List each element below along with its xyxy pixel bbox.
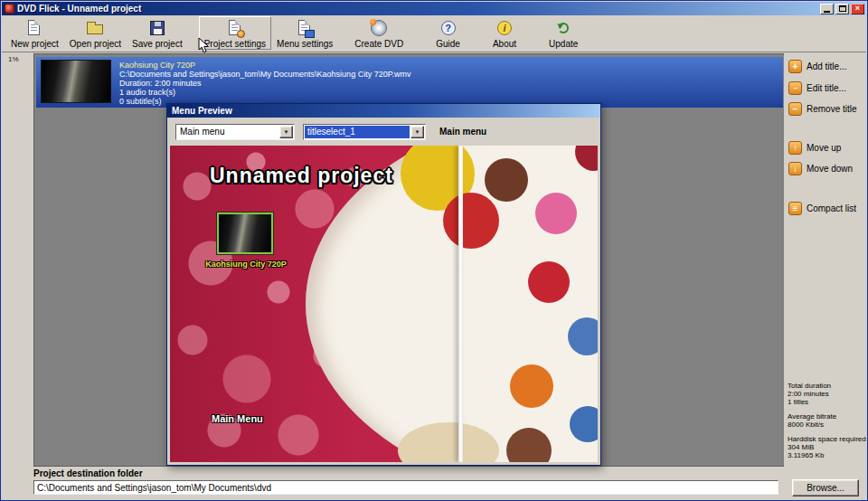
chevron-down-icon[interactable]: ▼ bbox=[410, 126, 424, 138]
move-down-label: Move down bbox=[807, 164, 853, 174]
save-project-label: Save project bbox=[132, 39, 183, 49]
add-title-label: Add title... bbox=[807, 61, 846, 71]
guide-button[interactable]: ? Guide bbox=[430, 16, 466, 50]
open-project-label: Open project bbox=[70, 39, 121, 49]
preview-thumbnail-label: Kaohsiung City 720P bbox=[178, 260, 314, 269]
move-up-label: Move up bbox=[807, 143, 841, 153]
create-dvd-button[interactable]: Create DVD bbox=[349, 16, 409, 50]
preview-project-title: Unnamed project bbox=[210, 164, 393, 188]
remove-title-label: Remove title bbox=[807, 104, 857, 114]
plate-edge-line bbox=[458, 146, 463, 462]
item-select-value: titleselect_1 bbox=[305, 126, 410, 138]
title-name: Kaohsiung City 720P bbox=[119, 61, 411, 70]
menu-settings-label: Menu settings bbox=[277, 39, 333, 49]
menu-preview-canvas: Unnamed project Kaohsiung City 720P Main… bbox=[170, 146, 598, 462]
create-dvd-icon bbox=[368, 18, 390, 38]
title-path: C:\Documents and Settings\jason_tom\My D… bbox=[119, 70, 411, 79]
polka-dot-red bbox=[443, 193, 499, 249]
update-label: Update bbox=[549, 39, 578, 49]
about-icon: i bbox=[494, 18, 515, 38]
project-settings-label: Project settings bbox=[204, 39, 266, 49]
minimize-icon bbox=[824, 11, 830, 13]
compact-list-icon: ≡ bbox=[788, 202, 802, 215]
dialog-titlebar[interactable]: Menu Preview bbox=[167, 104, 600, 118]
edit-title-icon: ··· bbox=[788, 81, 802, 95]
mouse-cursor bbox=[198, 37, 210, 54]
polka-dot-pink bbox=[535, 193, 577, 234]
browse-button[interactable]: Browse... bbox=[792, 479, 859, 496]
preview-title-thumbnail[interactable] bbox=[217, 213, 273, 254]
destination-folder-input[interactable] bbox=[33, 480, 778, 495]
titlebar[interactable]: DVD Flick - Unnamed project × bbox=[2, 2, 866, 15]
save-project-icon bbox=[146, 18, 168, 38]
project-settings-icon bbox=[224, 18, 246, 38]
gutter-label: 1% bbox=[8, 55, 19, 63]
polka-dot-red2 bbox=[528, 261, 570, 303]
create-dvd-label: Create DVD bbox=[354, 39, 403, 49]
move-down-button[interactable]: ↓ Move down bbox=[788, 162, 853, 175]
save-project-button[interactable]: Save project bbox=[127, 16, 188, 50]
stat-space-value2: 3.11965 Kb bbox=[788, 451, 866, 459]
menu-preview-dialog: Menu Preview Main menu ▼ titleselect_1 ▼… bbox=[166, 103, 601, 466]
preview-menu-label: Main Menu bbox=[212, 413, 263, 424]
update-button[interactable]: Update bbox=[543, 16, 583, 50]
menu-settings-icon bbox=[294, 18, 316, 38]
stat-space-value1: 304 MiB bbox=[788, 443, 866, 451]
new-project-label: New project bbox=[11, 39, 59, 49]
add-title-button[interactable]: + Add title... bbox=[788, 60, 846, 73]
chevron-down-icon[interactable]: ▼ bbox=[279, 126, 293, 138]
remove-title-icon: − bbox=[788, 102, 802, 116]
sidebar: + Add title... ··· Edit title... − Remov… bbox=[784, 53, 866, 467]
title-row-selected[interactable]: Kaohsiung City 720P C:\Documents and Set… bbox=[36, 57, 783, 108]
left-gutter: 1% bbox=[2, 53, 33, 467]
polka-dot-brown bbox=[485, 158, 528, 202]
item-select-combobox[interactable]: titleselect_1 ▼ bbox=[303, 124, 426, 140]
close-icon: × bbox=[855, 5, 860, 13]
menu-settings-button[interactable]: Menu settings bbox=[271, 16, 338, 50]
menu-select-combobox[interactable]: Main menu ▼ bbox=[175, 124, 295, 140]
menu-select-value: Main menu bbox=[177, 126, 278, 138]
close-button[interactable]: × bbox=[851, 4, 864, 14]
title-audio: 1 audio track(s) bbox=[119, 88, 411, 97]
polka-dot-orange bbox=[510, 364, 553, 408]
compact-list-label: Compact list bbox=[807, 203, 856, 213]
maximize-button[interactable] bbox=[835, 4, 849, 14]
dialog-combo-row: Main menu ▼ titleselect_1 ▼ Main menu bbox=[175, 124, 592, 140]
stat-bitrate-label: Average bitrate bbox=[788, 412, 866, 421]
stat-titles-count: 1 titles bbox=[788, 398, 866, 406]
menu-caption: Main menu bbox=[439, 127, 486, 137]
add-title-icon: + bbox=[788, 60, 802, 73]
stat-total-duration-value: 2:00 minutes bbox=[788, 390, 866, 398]
edit-title-button[interactable]: ··· Edit title... bbox=[788, 81, 846, 95]
stat-bitrate-value: 8000 Kbit/s bbox=[788, 421, 866, 429]
compact-list-button[interactable]: ≡ Compact list bbox=[788, 202, 856, 215]
open-project-icon bbox=[84, 18, 106, 38]
destination-folder-label: Project destination folder bbox=[33, 468, 143, 478]
title-thumbnail bbox=[41, 60, 111, 103]
new-project-button[interactable]: New project bbox=[5, 16, 64, 50]
app-icon bbox=[5, 4, 14, 14]
move-up-icon: ↑ bbox=[788, 141, 802, 155]
update-icon bbox=[552, 18, 574, 38]
new-project-icon bbox=[24, 18, 45, 38]
open-project-button[interactable]: Open project bbox=[64, 16, 127, 50]
guide-label: Guide bbox=[436, 39, 460, 49]
maximize-icon bbox=[839, 5, 846, 12]
project-stats: Total duration 2:00 minutes 1 titles Ave… bbox=[788, 375, 866, 459]
remove-title-button[interactable]: − Remove title bbox=[788, 102, 857, 116]
move-up-button[interactable]: ↑ Move up bbox=[788, 141, 841, 155]
app-window: DVD Flick - Unnamed project × New projec… bbox=[0, 0, 868, 501]
window-title: DVD Flick - Unnamed project bbox=[17, 4, 141, 14]
move-down-icon: ↓ bbox=[788, 162, 802, 175]
about-button[interactable]: i About bbox=[487, 16, 522, 50]
minimize-button[interactable] bbox=[820, 4, 834, 14]
about-label: About bbox=[493, 39, 516, 49]
stat-space-label: Harddisk space required bbox=[788, 435, 866, 443]
bottom-panel: Project destination folder Browse... bbox=[2, 467, 866, 500]
title-duration: Duration: 2:00 minutes bbox=[119, 79, 411, 88]
stat-total-duration-label: Total duration bbox=[788, 382, 866, 390]
edit-title-label: Edit title... bbox=[807, 83, 846, 93]
guide-icon: ? bbox=[438, 18, 459, 38]
toolbar: New project Open project Save project Pr… bbox=[2, 15, 866, 52]
